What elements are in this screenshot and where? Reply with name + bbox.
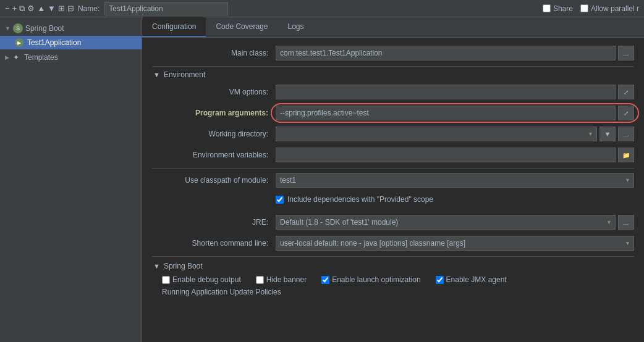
name-input[interactable]: [104, 2, 228, 15]
allow-parallel-checkbox[interactable]: [580, 4, 588, 12]
classpath-module-field: test1: [276, 173, 634, 188]
name-section: Name:: [78, 2, 539, 15]
down-icon[interactable]: ▼: [48, 4, 56, 13]
templates-label: Templates: [24, 53, 58, 62]
sidebar: ▼ S Spring Boot ▶ Test1Application ▶ ✦ T…: [0, 17, 142, 342]
tab-logs[interactable]: Logs: [278, 17, 313, 37]
spring-boot-arrow: ▼: [5, 25, 11, 31]
jre-row: JRE: Default (1.8 - SDK of 'test1' modul…: [152, 214, 634, 230]
templates-arrow: ▶: [5, 54, 9, 60]
shorten-cmd-select[interactable]: user-local default: none - java [options…: [276, 236, 634, 251]
shorten-cmd-label: Shorten command line:: [152, 239, 276, 248]
main-class-label: Main class:: [152, 49, 276, 57]
divider-3: [152, 256, 634, 257]
config-content: Main class: ... ▼ Environment VM options…: [142, 38, 644, 342]
vm-options-expand-button[interactable]: ⤢: [618, 85, 634, 99]
working-directory-input[interactable]: [276, 127, 597, 141]
working-directory-label: Working directory:: [152, 130, 276, 138]
spring-boot-group: ▼ S Spring Boot ▶ Test1Application: [0, 20, 142, 51]
tab-configuration[interactable]: Configuration: [142, 17, 206, 37]
program-arguments-field: ⤢: [276, 106, 634, 120]
classpath-module-label: Use classpath of module:: [152, 176, 276, 185]
classpath-module-select[interactable]: test1: [276, 173, 634, 188]
running-update-label: Running Application Update Policies: [162, 288, 281, 296]
copy-icon[interactable]: ⧉: [19, 4, 25, 14]
app-item-label: Test1Application: [27, 38, 81, 47]
enable-jmx-label[interactable]: Enable JMX agent: [436, 275, 507, 284]
env-variables-browse-button[interactable]: 📁: [618, 148, 634, 162]
include-deps-label[interactable]: Include dependencies with "Provided" sco…: [276, 195, 433, 204]
enable-launch-label[interactable]: Enable launch optimization: [321, 275, 420, 284]
minus-icon[interactable]: −: [5, 4, 10, 13]
shorten-cmd-field: user-local default: none - java [options…: [276, 236, 634, 251]
jre-field: Default (1.8 - SDK of 'test1' module) ..…: [276, 215, 634, 230]
env-variables-label: Environment variables:: [152, 151, 276, 159]
env-variables-field: 📁: [276, 148, 634, 162]
sidebar-item-test1application[interactable]: ▶ Test1Application: [0, 36, 142, 49]
enable-launch-checkbox[interactable]: [321, 276, 329, 284]
tab-code-coverage[interactable]: Code Coverage: [206, 17, 278, 37]
spring-boot-checks: Enable debug output Hide banner Enable l…: [152, 275, 634, 284]
vm-options-label: VM options:: [152, 88, 276, 96]
main-class-field: ...: [276, 46, 634, 60]
vm-options-input[interactable]: [276, 85, 616, 99]
working-directory-browse-button[interactable]: ...: [618, 127, 634, 141]
share-checkbox[interactable]: [543, 4, 551, 12]
sidebar-templates[interactable]: ▶ ✦ Templates: [0, 51, 142, 64]
shorten-cmd-row: Shorten command line: user-local default…: [152, 235, 634, 251]
enable-jmx-checkbox[interactable]: [436, 276, 444, 284]
environment-section-header: ▼ Environment: [152, 70, 634, 79]
toolbar-icons: − + ⧉ ⚙ ▲ ▼ ⊞ ⊟: [5, 4, 74, 14]
tabs-bar: Configuration Code Coverage Logs: [142, 17, 644, 38]
sort-icon[interactable]: ⊟: [67, 4, 74, 13]
spring-boot-section-header: ▼ Spring Boot: [152, 262, 634, 270]
app-icon: ▶: [15, 38, 23, 47]
share-checkbox-label[interactable]: Share: [543, 4, 573, 13]
working-directory-dropdown-button[interactable]: ▼: [600, 127, 616, 141]
jre-select[interactable]: Default (1.8 - SDK of 'test1' module): [276, 215, 616, 230]
enable-debug-text: Enable debug output: [172, 275, 241, 284]
move-icon[interactable]: ⊞: [58, 4, 65, 13]
main-class-browse-button[interactable]: ...: [618, 46, 634, 60]
classpath-module-row: Use classpath of module: test1: [152, 172, 634, 188]
spring-boot-section-title: Spring Boot: [164, 262, 203, 270]
enable-debug-label[interactable]: Enable debug output: [162, 275, 241, 284]
spring-boot-group-header[interactable]: ▼ S Spring Boot: [0, 21, 142, 36]
environment-title: Environment: [164, 70, 205, 79]
enable-debug-checkbox[interactable]: [162, 276, 170, 284]
working-directory-field: ▼ ...: [276, 127, 634, 141]
spring-boot-icon: S: [13, 23, 23, 33]
spring-boot-label: Spring Boot: [25, 24, 64, 33]
main-content: ▼ S Spring Boot ▶ Test1Application ▶ ✦ T…: [0, 17, 644, 342]
working-directory-row: Working directory: ▼ ...: [152, 126, 634, 142]
spring-boot-section: ▼ Spring Boot Enable debug output Hide b…: [152, 262, 634, 296]
hide-banner-label[interactable]: Hide banner: [256, 275, 307, 284]
hide-banner-text: Hide banner: [266, 275, 307, 284]
env-variables-input[interactable]: [276, 148, 616, 162]
include-deps-checkbox[interactable]: [276, 196, 284, 204]
spring-boot-expand-button[interactable]: ▼: [152, 262, 161, 270]
environment-expand-button[interactable]: ▼: [152, 71, 161, 78]
env-variables-row: Environment variables: 📁: [152, 147, 634, 163]
enable-jmx-text: Enable JMX agent: [446, 275, 507, 284]
up-icon[interactable]: ▲: [37, 4, 45, 13]
jre-label: JRE:: [152, 218, 276, 227]
divider-2: [152, 168, 634, 169]
jre-browse-button[interactable]: ...: [618, 215, 634, 230]
vm-options-row: VM options: ⤢: [152, 84, 634, 100]
program-args-expand-button[interactable]: ⤢: [618, 106, 634, 120]
right-panel: Configuration Code Coverage Logs Main cl…: [142, 17, 644, 342]
hide-banner-checkbox[interactable]: [256, 276, 264, 284]
name-label: Name:: [78, 4, 100, 13]
divider-1: [152, 66, 634, 67]
top-right-options: Share Allow parallel r: [543, 4, 639, 13]
top-bar: − + ⧉ ⚙ ▲ ▼ ⊞ ⊟ Name: Share Allow parall…: [0, 0, 644, 17]
plus-icon[interactable]: +: [12, 4, 17, 13]
settings-icon[interactable]: ⚙: [27, 4, 35, 13]
main-class-input[interactable]: [276, 46, 616, 60]
vm-options-field: ⤢: [276, 85, 634, 99]
include-deps-row: Include dependencies with "Provided" sco…: [152, 193, 634, 209]
allow-parallel-checkbox-label[interactable]: Allow parallel r: [580, 4, 639, 13]
program-arguments-input[interactable]: [276, 106, 616, 120]
main-class-row: Main class: ...: [152, 45, 634, 61]
